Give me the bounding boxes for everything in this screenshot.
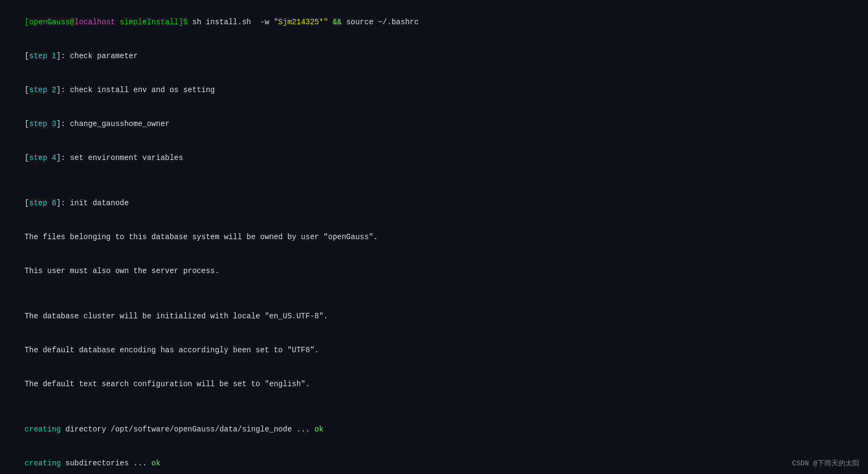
step2-line: [step 2]: check install env and os setti… xyxy=(6,73,862,107)
cr1-line: creating directory /opt/software/openGau… xyxy=(6,413,862,447)
prompt-source: source ~/.bashrc xyxy=(342,18,419,26)
step1-line: [step 1]: check parameter xyxy=(6,39,862,73)
prompt-and: && xyxy=(333,18,342,26)
prompt-user: [openGauss@ xyxy=(25,18,74,26)
step6-line: [step 6]: init datanode xyxy=(6,186,862,220)
step3-line: [step 3]: change_gausshome_owner xyxy=(6,107,862,141)
prompt-host: localhost xyxy=(74,18,115,26)
blank1 xyxy=(6,175,862,186)
info5-line: The default text search configuration wi… xyxy=(6,367,862,401)
info3-line: The database cluster will be initialized… xyxy=(6,299,862,333)
prompt-dir: simpleInstall]$ xyxy=(115,18,192,26)
info2-line: This user must also own the server proce… xyxy=(6,254,862,288)
step4-line: [step 4]: set environment variables xyxy=(6,141,862,175)
prompt-rest xyxy=(328,18,333,26)
prompt-line: [openGauss@localhost simpleInstall]$ sh … xyxy=(6,5,862,39)
info1-line: The files belonging to this database sys… xyxy=(6,220,862,254)
cr2-line: creating subdirectories ... ok xyxy=(6,447,862,474)
blank3 xyxy=(6,401,862,413)
info4-line: The default database encoding has accord… xyxy=(6,333,862,367)
terminal-window: [openGauss@localhost simpleInstall]$ sh … xyxy=(0,0,868,474)
prompt-command: sh install.sh -w xyxy=(192,18,273,26)
prompt-password: "Sjm214325*" xyxy=(274,18,328,26)
blank2 xyxy=(6,288,862,299)
watermark: CSDN @下雨天的太阳 xyxy=(792,458,859,469)
